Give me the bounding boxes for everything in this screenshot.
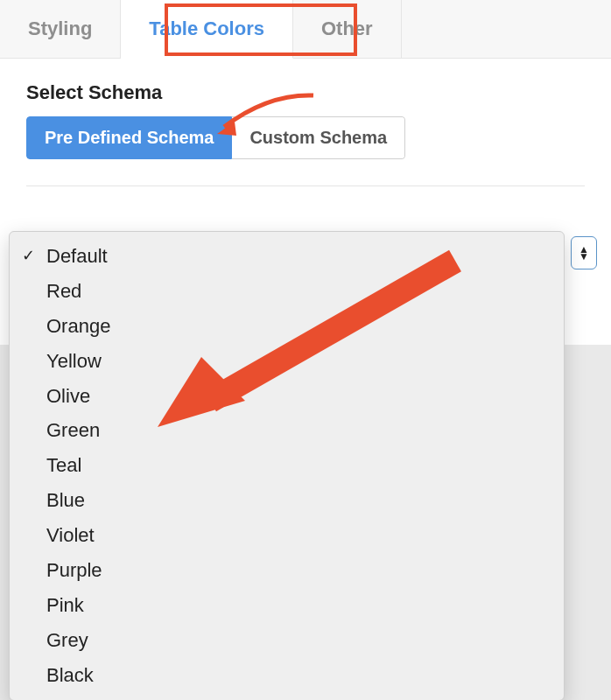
check-icon: ✓ (22, 244, 35, 267)
option-label: Teal (46, 454, 81, 476)
segment-custom[interactable]: Custom Schema (232, 116, 405, 159)
dropdown-option-red[interactable]: Red (10, 274, 564, 309)
dropdown-option-default[interactable]: ✓ Default (10, 239, 564, 274)
segment-pre-defined[interactable]: Pre Defined Schema (26, 116, 232, 159)
content-area: Select Schema Pre Defined Schema Custom … (0, 59, 611, 209)
option-label: Purple (46, 559, 102, 581)
option-label: Pink (46, 594, 84, 616)
dropdown-option-yellow[interactable]: Yellow (10, 344, 564, 379)
option-label: Red (46, 280, 81, 302)
dropdown-option-purple[interactable]: Purple (10, 553, 564, 588)
tab-styling[interactable]: Styling (0, 0, 121, 58)
option-label: Green (46, 419, 100, 441)
option-label: Default (46, 245, 108, 267)
dropdown-option-violet[interactable]: Violet (10, 518, 564, 553)
tab-bar: Styling Table Colors Other (0, 0, 611, 59)
option-label: Orange (46, 315, 110, 337)
dropdown-option-teal[interactable]: Teal (10, 448, 564, 483)
option-label: Blue (46, 489, 85, 511)
section-label: Select Schema (26, 81, 585, 104)
select-stepper-icon[interactable]: ▲▼ (571, 236, 597, 270)
dropdown-option-grey[interactable]: Grey (10, 623, 564, 658)
option-label: Olive (46, 385, 90, 407)
option-label: Grey (46, 629, 88, 651)
option-label: Black (46, 664, 94, 686)
option-label: Violet (46, 524, 95, 546)
divider (26, 186, 585, 186)
dropdown-option-green[interactable]: Green (10, 413, 564, 448)
schema-toggle: Pre Defined Schema Custom Schema (26, 116, 405, 159)
dropdown-option-pink[interactable]: Pink (10, 588, 564, 623)
color-schema-dropdown: ✓ Default Red Orange Yellow Olive Green … (9, 231, 565, 700)
option-label: Yellow (46, 350, 102, 372)
dropdown-option-blue[interactable]: Blue (10, 483, 564, 518)
dropdown-option-black[interactable]: Black (10, 658, 564, 693)
dropdown-option-olive[interactable]: Olive (10, 379, 564, 414)
tab-table-colors[interactable]: Table Colors (121, 0, 293, 59)
dropdown-option-orange[interactable]: Orange (10, 309, 564, 344)
tab-other[interactable]: Other (293, 0, 402, 58)
